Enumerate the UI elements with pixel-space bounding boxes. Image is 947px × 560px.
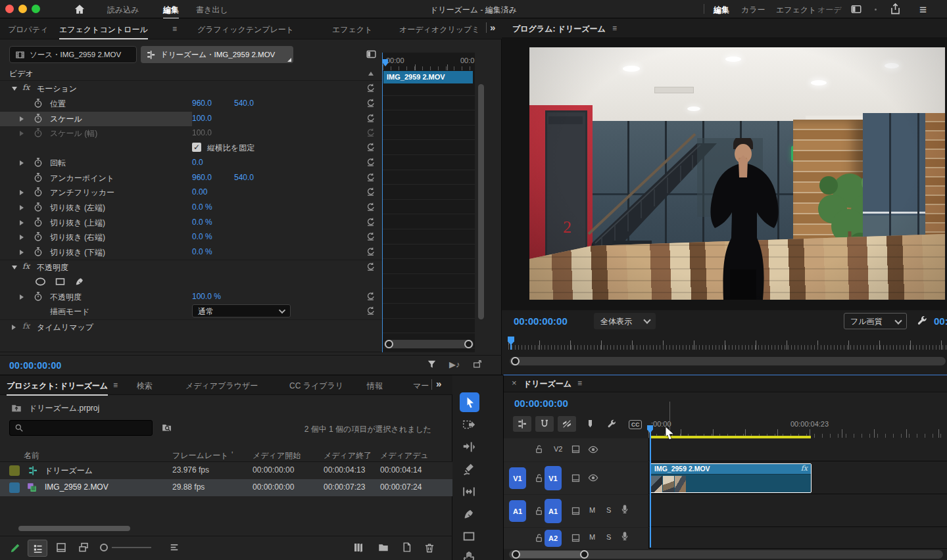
tab-graphic-templates[interactable]: グラフィックテンプレート [197, 24, 294, 35]
panel-menu-icon[interactable]: ≡ [172, 24, 177, 34]
stopwatch-icon[interactable] [33, 98, 43, 108]
delete-trash-icon[interactable] [424, 542, 435, 553]
param-value-y[interactable]: 540.0 [234, 173, 254, 182]
tab-audio-clip-mixer[interactable]: オーディオクリップミ [399, 24, 486, 35]
track-label-v2[interactable]: V2 [554, 445, 562, 453]
source-patch-v1[interactable]: V1 [509, 467, 526, 489]
hamburger-menu-icon[interactable]: ≡ [919, 3, 927, 17]
reset-icon[interactable] [366, 187, 376, 197]
lock-icon[interactable] [534, 533, 544, 543]
track-output-icon[interactable] [571, 533, 581, 543]
project-panel-menu-icon[interactable]: ≡ [113, 381, 118, 390]
tab-properties[interactable]: プロパティ [8, 24, 48, 35]
export-frame-icon[interactable] [472, 359, 483, 369]
mute-button[interactable]: M [589, 506, 595, 514]
icon-view-button[interactable] [55, 542, 67, 553]
track-output-icon[interactable] [571, 506, 581, 516]
param-value[interactable]: 0.0 [192, 158, 203, 167]
ec-clip-bar[interactable]: IMG_2959 2.MOV [383, 71, 473, 83]
item-name[interactable]: IMG_2959 2.MOV [45, 482, 109, 492]
param-value-x[interactable]: 960.0 [192, 99, 212, 108]
disclosure-closed-icon[interactable] [20, 294, 24, 300]
filter-icon[interactable] [426, 359, 437, 370]
clip-tab-source[interactable]: ソース・IMG_2959 2.MOV [9, 46, 137, 63]
reset-icon[interactable] [366, 113, 376, 123]
freeform-view-button[interactable] [78, 542, 89, 553]
program-ruler[interactable] [508, 335, 947, 350]
blend-mode-dropdown[interactable]: 通常 [192, 304, 291, 317]
lock-icon[interactable] [534, 506, 544, 516]
workspace-color[interactable]: カラー [741, 5, 765, 16]
reset-icon[interactable] [366, 202, 376, 212]
reset-icon[interactable] [366, 231, 376, 241]
reset-icon[interactable] [366, 98, 376, 108]
program-zoom-scrollbar[interactable] [510, 357, 946, 365]
more-tabs-chevron[interactable]: » [436, 378, 441, 389]
more-tabs-chevron[interactable]: » [490, 22, 495, 33]
razor-tool[interactable] [462, 462, 476, 477]
group-time-remap[interactable]: fx タイムリマップ [0, 319, 382, 334]
tab-markers-truncated[interactable]: マー [413, 381, 430, 392]
sort-options-icon[interactable] [168, 542, 180, 553]
breadcrumb[interactable]: ドリーズーム.prproj [11, 402, 99, 415]
pen-mask-icon[interactable] [74, 275, 85, 287]
stopwatch-icon[interactable] [33, 246, 43, 257]
menu-edit[interactable]: 編集 [163, 5, 179, 19]
project-readout-icon[interactable] [352, 542, 364, 553]
track-target-v1[interactable]: V1 [545, 466, 562, 490]
solo-button[interactable]: S [606, 533, 611, 541]
add-marker-icon[interactable] [585, 419, 595, 429]
ripple-edit-tool[interactable] [462, 440, 476, 454]
stopwatch-icon[interactable] [33, 113, 43, 124]
workspace-edit[interactable]: 編集 [714, 5, 729, 16]
program-timecode[interactable]: 00:00:00:00 [514, 315, 568, 327]
hand-tool[interactable] [462, 550, 476, 560]
pen-tool[interactable] [462, 507, 476, 521]
home-icon[interactable] [74, 3, 85, 15]
panel-layout-icon[interactable] [850, 3, 862, 15]
rectangle-tool[interactable] [462, 529, 476, 544]
disclosure-closed-icon[interactable] [20, 116, 24, 122]
group-motion[interactable]: fx モーション [0, 82, 382, 96]
scroll-handle-left[interactable] [512, 550, 520, 559]
compare-view-icon[interactable] [366, 49, 377, 60]
stopwatch-icon[interactable] [33, 157, 43, 168]
stopwatch-icon[interactable] [33, 231, 43, 242]
captions-cc-button[interactable]: CC [629, 420, 642, 429]
lock-icon[interactable] [534, 444, 544, 454]
clip-tab-sequence[interactable]: ドリーズーム・IMG_2959 2.MOV [141, 46, 293, 63]
project-h-scrollbar[interactable] [7, 525, 446, 532]
param-value[interactable]: 100.0 [192, 114, 212, 123]
zoom-slider-track[interactable] [112, 547, 151, 548]
disclosure-closed-icon[interactable] [20, 131, 24, 136]
disclosure-open-icon[interactable] [12, 87, 17, 91]
reset-icon[interactable] [366, 291, 376, 301]
eye-icon[interactable] [588, 473, 598, 483]
param-value[interactable]: 0.0 % [192, 247, 212, 256]
timeline-clip[interactable]: IMG_2959 2.MOV fx [650, 463, 812, 493]
disclosure-closed-icon[interactable] [20, 160, 24, 166]
program-settings-wrench-icon[interactable] [916, 315, 928, 327]
param-value[interactable]: 0.0 % [192, 218, 212, 227]
tab-effects[interactable]: エフェクト [332, 24, 372, 35]
param-value[interactable]: 0.0 % [192, 232, 212, 241]
col-framerate[interactable]: フレームレート [172, 450, 228, 461]
disclosure-closed-icon[interactable] [20, 220, 24, 225]
track-output-icon[interactable] [571, 473, 581, 483]
share-icon[interactable] [889, 3, 902, 15]
reset-icon[interactable] [366, 83, 376, 93]
playback-quality-dropdown[interactable]: フル画質 [844, 313, 907, 329]
scroll-handle-left[interactable] [385, 340, 393, 348]
table-row-sequence[interactable]: ドリーズーム 23.976 fps 00:00:00:00 00:00:04:1… [0, 462, 452, 479]
timeline-panel-menu-icon[interactable]: ≡ [577, 379, 582, 388]
stopwatch-icon[interactable] [33, 202, 43, 212]
ec-vertical-scrollbar[interactable] [478, 84, 484, 319]
menu-export[interactable]: 書き出し [196, 5, 228, 16]
selection-tool[interactable] [460, 392, 479, 412]
mute-button[interactable]: M [589, 533, 595, 541]
ec-mini-ruler[interactable] [383, 64, 475, 70]
snap-magnet-button[interactable] [535, 416, 554, 432]
col-media-duration[interactable]: メディアデュ [380, 450, 450, 461]
tab-effect-controls[interactable]: エフェクトコントロール [59, 24, 148, 39]
lock-icon[interactable] [534, 473, 544, 483]
